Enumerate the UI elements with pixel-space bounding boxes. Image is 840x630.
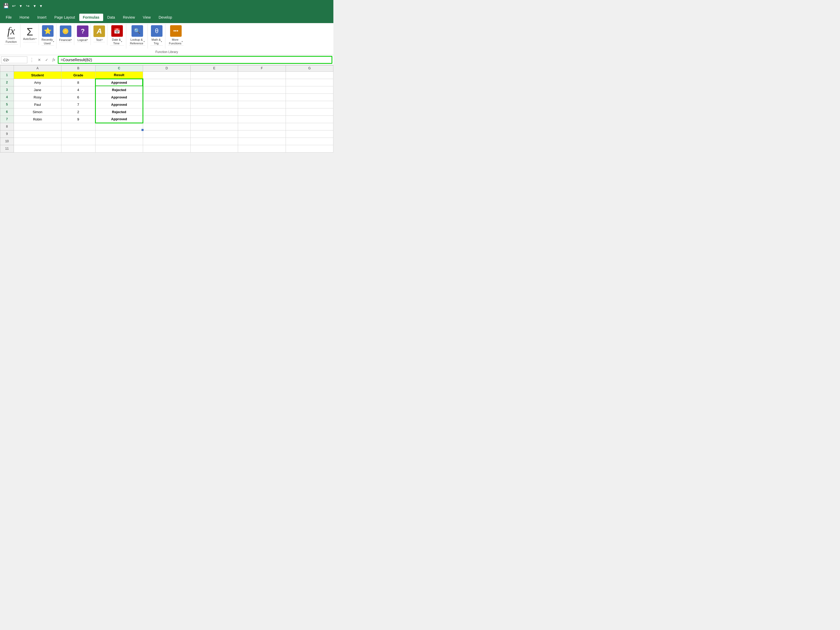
cell-G5[interactable] — [286, 101, 333, 108]
cell-A6[interactable]: Simon — [14, 108, 61, 115]
cell-G2[interactable] — [286, 79, 333, 86]
cell-C11[interactable] — [95, 145, 143, 152]
col-header-a[interactable]: A — [14, 65, 61, 71]
row-header-9[interactable]: 9 — [0, 130, 14, 137]
cell-C10[interactable] — [95, 137, 143, 145]
cell-A5[interactable]: Paul — [14, 101, 61, 108]
cell-B11[interactable] — [62, 145, 95, 152]
cell-A10[interactable] — [14, 137, 61, 145]
cell-D3[interactable] — [143, 86, 190, 93]
cell-B5[interactable]: 7 — [62, 101, 95, 108]
cell-D11[interactable] — [143, 145, 190, 152]
cell-D5[interactable] — [143, 101, 190, 108]
menu-insert[interactable]: Insert — [33, 14, 50, 21]
redo-icon[interactable]: ↪ — [25, 3, 30, 8]
cell-D10[interactable] — [143, 137, 190, 145]
row-header-7[interactable]: 7 — [0, 115, 14, 123]
cell-F6[interactable] — [238, 108, 286, 115]
undo-icon[interactable]: ↩ — [11, 3, 17, 8]
cell-F10[interactable] — [238, 137, 286, 145]
math-trig-button[interactable]: θ Math &Trig ▾ — [151, 25, 163, 46]
formula-input[interactable]: =CourseResult(B2) — [58, 56, 332, 64]
customize-icon[interactable]: ▾ — [39, 3, 43, 8]
fill-handle[interactable] — [142, 129, 144, 131]
menu-review[interactable]: Review — [119, 14, 139, 21]
cell-C4[interactable]: Approved — [95, 93, 143, 101]
col-header-f[interactable]: F — [238, 65, 286, 71]
fx-button[interactable]: fx — [51, 57, 57, 63]
row-header-11[interactable]: 11 — [0, 145, 14, 152]
cell-B3[interactable]: 4 — [62, 86, 95, 93]
autosum-button[interactable]: AutoSum ▾ — [23, 37, 36, 41]
redo-dropdown-icon[interactable]: ▾ — [33, 3, 37, 8]
cell-F7[interactable] — [238, 115, 286, 123]
financial-button[interactable]: 🪙 Financial ▾ — [59, 25, 72, 42]
col-header-c[interactable]: C — [95, 65, 143, 71]
menu-file[interactable]: File — [2, 14, 16, 21]
cell-G9[interactable] — [286, 130, 333, 137]
undo-dropdown-icon[interactable]: ▾ — [19, 3, 23, 8]
menu-view[interactable]: View — [139, 14, 154, 21]
cell-F2[interactable] — [238, 79, 286, 86]
text-button[interactable]: A Text ▾ — [93, 25, 105, 42]
cell-A11[interactable] — [14, 145, 61, 152]
cell-A9[interactable] — [14, 130, 61, 137]
menu-page-layout[interactable]: Page Layout — [51, 14, 79, 21]
cell-G8[interactable] — [286, 123, 333, 130]
cell-E11[interactable] — [191, 145, 238, 152]
cell-B4[interactable]: 6 — [62, 93, 95, 101]
cell-C2[interactable]: Approved — [95, 79, 143, 86]
cell-G10[interactable] — [286, 137, 333, 145]
cell-D6[interactable] — [143, 108, 190, 115]
menu-develop[interactable]: Develop — [155, 14, 175, 21]
cell-E3[interactable] — [191, 86, 238, 93]
cell-E9[interactable] — [191, 130, 238, 137]
cell-B7[interactable]: 9 — [62, 115, 95, 123]
cell-D2[interactable] — [143, 79, 190, 86]
cell-D4[interactable] — [143, 93, 190, 101]
col-header-g[interactable]: G — [286, 65, 333, 71]
cell-E10[interactable] — [191, 137, 238, 145]
cancel-button[interactable]: ✕ — [36, 57, 43, 63]
cell-B9[interactable] — [62, 130, 95, 137]
col-header-e[interactable]: E — [191, 65, 238, 71]
insert-function-button[interactable]: fx InsertFunction — [5, 25, 17, 44]
col-header-d[interactable]: D — [143, 65, 190, 71]
cell-G7[interactable] — [286, 115, 333, 123]
cell-D1[interactable] — [143, 71, 190, 79]
cell-C1[interactable]: Result — [95, 71, 143, 79]
cell-A4[interactable]: Rosy — [14, 93, 61, 101]
col-header-b[interactable]: B — [62, 65, 95, 71]
cell-F9[interactable] — [238, 130, 286, 137]
cell-C8[interactable] — [95, 123, 143, 130]
cell-E7[interactable] — [191, 115, 238, 123]
recently-used-button[interactable]: ⭐ RecentlyUsed ▾ — [41, 25, 54, 46]
cell-E2[interactable] — [191, 79, 238, 86]
lookup-reference-button[interactable]: 🔍 Lookup &Reference ▾ — [130, 25, 145, 46]
cell-F3[interactable] — [238, 86, 286, 93]
row-header-2[interactable]: 2 — [0, 79, 14, 86]
cell-C9[interactable] — [95, 130, 143, 137]
cell-E1[interactable] — [191, 71, 238, 79]
cell-F4[interactable] — [238, 93, 286, 101]
cell-D9[interactable] — [143, 130, 190, 137]
row-header-6[interactable]: 6 — [0, 108, 14, 115]
row-header-10[interactable]: 10 — [0, 137, 14, 145]
cell-F11[interactable] — [238, 145, 286, 152]
save-icon[interactable]: 💾 — [3, 3, 9, 9]
cell-D7[interactable] — [143, 115, 190, 123]
cell-B1[interactable]: Grade — [62, 71, 95, 79]
cell-F8[interactable] — [238, 123, 286, 130]
menu-formulas[interactable]: Formulas — [79, 14, 103, 21]
cell-C6[interactable]: Rejected — [95, 108, 143, 115]
cell-E6[interactable] — [191, 108, 238, 115]
confirm-button[interactable]: ✓ — [44, 57, 50, 63]
cell-A3[interactable]: Jane — [14, 86, 61, 93]
cell-C7[interactable]: Approved — [95, 115, 143, 123]
cell-E4[interactable] — [191, 93, 238, 101]
row-header-5[interactable]: 5 — [0, 101, 14, 108]
cell-E8[interactable] — [191, 123, 238, 130]
cell-B6[interactable]: 2 — [62, 108, 95, 115]
cell-A7[interactable]: Robin — [14, 115, 61, 123]
cell-A2[interactable]: Amy — [14, 79, 61, 86]
